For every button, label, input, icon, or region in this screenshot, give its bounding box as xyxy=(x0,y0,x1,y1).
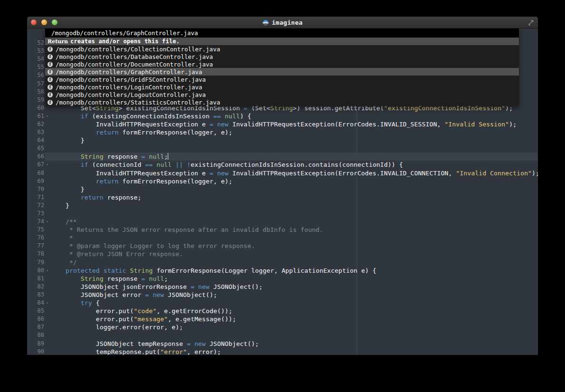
code-line[interactable]: 84▾ try { xyxy=(27,299,538,307)
code-text: InvalidHTTPRequestException e = new Inva… xyxy=(50,120,517,128)
code-line[interactable]: 87 logger.error(error, e); xyxy=(27,323,538,331)
line-number: 55 xyxy=(27,63,44,71)
code-line[interactable]: 79 */ xyxy=(27,258,538,267)
fold-arrow-icon[interactable]: ▾ xyxy=(44,267,50,275)
goto-anything-input[interactable]: /mongodb/controllers/GraphController.jav… xyxy=(45,29,519,38)
file-result-item[interactable]: f/mongodb/controllers/LoginController.ja… xyxy=(45,83,519,91)
code-text: * Returns the JSON error response after … xyxy=(50,226,323,234)
code-line[interactable]: 86 error.put("message", e.getMessage()); xyxy=(27,315,538,323)
line-number: 71 xyxy=(27,193,44,201)
code-line[interactable]: 67▾ if (connectionId == null || !existin… xyxy=(27,161,538,169)
line-number: 81 xyxy=(27,275,44,283)
line-number: 64 xyxy=(27,136,44,144)
code-text: logger.error(error, e); xyxy=(50,323,183,331)
app-sphere-icon xyxy=(262,19,269,26)
line-number: 56 xyxy=(27,71,44,79)
code-line[interactable]: 66 String response = null; xyxy=(27,153,538,161)
code-line[interactable]: 61▾ if (existingConnectionIdsInSession =… xyxy=(27,112,538,120)
line-number: 68 xyxy=(27,169,44,177)
line-number: 74 xyxy=(27,218,44,226)
file-result-item[interactable]: f/mongodb/controllers/DatabaseController… xyxy=(45,53,519,60)
line-number: 70 xyxy=(27,185,44,193)
file-type-icon: f xyxy=(48,77,53,82)
code-line[interactable]: 71 return response; xyxy=(27,193,538,201)
code-text: * @param logger Logger to log the error … xyxy=(50,242,255,250)
goto-anything-panel: /mongodb/controllers/GraphController.jav… xyxy=(45,29,519,106)
code-line[interactable]: 81 String response = null; xyxy=(27,275,538,283)
code-text: } xyxy=(50,136,85,144)
line-number: 85 xyxy=(27,307,44,315)
code-text: String response = null; xyxy=(50,275,168,283)
line-number: 86 xyxy=(27,315,44,323)
code-line[interactable]: 62 InvalidHTTPRequestException e = new I… xyxy=(27,120,538,128)
code-line[interactable]: 75 * Returns the JSON error response aft… xyxy=(27,226,538,234)
line-number: 75 xyxy=(27,226,44,234)
file-type-icon: f xyxy=(48,47,53,52)
code-line[interactable]: 78 * @return JSON Error response. xyxy=(27,250,538,258)
code-line[interactable]: 64 } xyxy=(27,136,538,144)
file-path-label: /mongodb/controllers/LogoutController.ja… xyxy=(56,91,206,98)
line-number: 72 xyxy=(27,201,44,210)
line-number: 79 xyxy=(27,258,44,267)
line-number: 62 xyxy=(27,120,44,128)
window-title: imaginea xyxy=(272,19,303,26)
code-text: JSONObject jsonErrorResponse = new JSONO… xyxy=(50,283,263,291)
code-line[interactable]: 80▾ protected static String formErrorRes… xyxy=(27,267,538,275)
code-line[interactable]: 63 return formErrorResponse(logger, e); xyxy=(27,128,538,136)
code-line[interactable]: 68 InvalidHTTPRequestException e = new I… xyxy=(27,169,538,177)
code-line[interactable]: 70 } xyxy=(27,185,538,193)
text-caret xyxy=(168,153,168,160)
file-path-label: /mongodb/controllers/DatabaseController.… xyxy=(56,53,213,60)
file-result-list: f/mongodb/controllers/CollectionControll… xyxy=(45,45,519,106)
file-result-item[interactable]: f/mongodb/controllers/GridFSController.j… xyxy=(45,76,519,83)
code-text: try { xyxy=(50,299,100,307)
fold-arrow-icon[interactable]: ▾ xyxy=(44,161,50,169)
code-line[interactable]: 69 return formErrorResponse(logger, e); xyxy=(27,177,538,185)
file-result-item-selected[interactable]: f/mongodb/controllers/GraphController.ja… xyxy=(45,68,519,76)
fold-arrow-icon[interactable]: ▾ xyxy=(44,299,50,307)
code-line[interactable]: 76 * xyxy=(27,234,538,242)
line-number: 73 xyxy=(27,210,44,218)
code-line[interactable]: 89 JSONObject tempResponse = new JSONObj… xyxy=(27,339,538,347)
line-number: 52 xyxy=(27,39,44,47)
fullscreen-expand-icon[interactable] xyxy=(527,19,535,27)
code-line[interactable]: 82 JSONObject jsonErrorResponse = new JS… xyxy=(27,283,538,291)
code-line[interactable]: 65 xyxy=(27,144,538,153)
code-line[interactable]: 72 } xyxy=(27,201,538,210)
code-line[interactable]: 77 * @param logger Logger to log the err… xyxy=(27,242,538,250)
code-text: error.put("message", e.getMessage()); xyxy=(50,315,236,323)
file-path-label: /mongodb/controllers/StatisticsControlle… xyxy=(56,99,220,106)
title-bar[interactable]: imaginea xyxy=(27,17,538,29)
code-text: } xyxy=(50,201,69,210)
code-line[interactable]: 73 xyxy=(27,210,538,218)
fold-arrow-icon[interactable]: ▾ xyxy=(44,218,50,226)
file-result-item[interactable]: f/mongodb/controllers/DocumentController… xyxy=(45,60,519,68)
code-text: error.put("code", e.getErrorCode()); xyxy=(50,307,232,315)
code-text: JSONObject tempResponse = new JSONObject… xyxy=(50,340,259,348)
line-number: 53 xyxy=(27,47,44,55)
file-type-icon: f xyxy=(48,69,53,75)
fold-arrow-icon[interactable]: ▾ xyxy=(44,112,50,120)
code-line[interactable]: 88 xyxy=(27,331,538,339)
line-number: 60 xyxy=(27,104,44,112)
line-number: 69 xyxy=(27,177,44,185)
code-editor[interactable]: 525354555657585960 Set<String> existingC… xyxy=(27,29,538,355)
code-text: String response = null; xyxy=(50,153,168,161)
line-number: 67 xyxy=(27,161,44,169)
file-result-item[interactable]: f/mongodb/controllers/StatisticsControll… xyxy=(45,98,519,106)
code-line[interactable]: 83 JSONObject error = new JSONObject(); xyxy=(27,291,538,299)
line-number: 90 xyxy=(27,348,44,355)
file-result-item[interactable]: f/mongodb/controllers/LogoutController.j… xyxy=(45,91,519,98)
code-text: * xyxy=(50,234,73,242)
code-line[interactable]: 74▾ /** xyxy=(27,218,538,226)
goto-anything-hint: Return creates and/or opens this file. xyxy=(45,38,519,45)
file-type-icon: f xyxy=(48,54,53,59)
file-path-label: /mongodb/controllers/LoginController.jav… xyxy=(56,84,202,91)
code-line[interactable]: 90 tempResponse.put("error", error); xyxy=(27,348,538,355)
code-text: return formErrorResponse(logger, e); xyxy=(50,128,232,136)
code-text: if (connectionId == null || !existingCon… xyxy=(50,161,403,169)
file-result-item[interactable]: f/mongodb/controllers/CollectionControll… xyxy=(45,45,519,53)
code-text: JSONObject error = new JSONObject(); xyxy=(50,291,217,299)
file-path-label: /mongodb/controllers/GraphController.jav… xyxy=(56,68,202,76)
code-line[interactable]: 85 error.put("code", e.getErrorCode()); xyxy=(27,307,538,315)
